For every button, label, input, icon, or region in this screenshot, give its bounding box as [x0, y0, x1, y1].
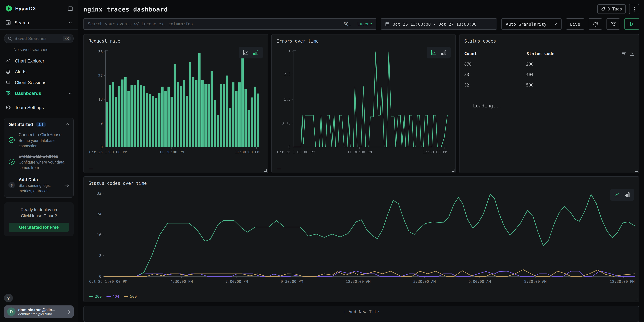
svg-text:8: 8	[99, 254, 101, 258]
svg-text:1.5: 1.5	[284, 97, 290, 102]
sidebar-item-client-sessions[interactable]: Client Sessions	[0, 77, 78, 88]
step-title: Create Data Sources	[18, 154, 58, 159]
table-row[interactable]: 33404	[464, 72, 634, 77]
get-started-step-3[interactable]: 3 Add Data Start sending logs, metrics, …	[8, 176, 69, 194]
svg-text:12:30:00 PM: 12:30:00 PM	[235, 150, 260, 154]
saved-searches-input[interactable]: Saved Searches ⌘K	[4, 34, 74, 43]
loading-text: Loading...	[473, 103, 634, 108]
chevron-up-icon[interactable]	[65, 123, 69, 126]
tile-resize-handle[interactable]	[264, 169, 266, 172]
main-content: nginx traces dashboard 0 Tags Search you…	[78, 0, 644, 322]
chevron-down-icon[interactable]	[68, 92, 72, 94]
svg-text:4:30:00 PM: 4:30:00 PM	[170, 280, 192, 284]
sidebar-item-search[interactable]: Search	[0, 16, 78, 30]
table-row[interactable]: 32500	[464, 83, 634, 88]
user-menu[interactable]: D dominic.tran@clic... dominic.tran@clic…	[4, 306, 74, 318]
legend-item[interactable]	[89, 168, 93, 169]
get-started-step-1[interactable]: Connect to ClickHouse Set up your databa…	[8, 132, 69, 149]
svg-text:0: 0	[288, 145, 290, 149]
tile-resize-handle[interactable]	[452, 169, 454, 172]
table-row[interactable]: 870200	[464, 62, 634, 66]
svg-text:Oct 26 1:00:00 PM: Oct 26 1:00:00 PM	[277, 150, 315, 154]
line-chart-toggle-icon[interactable]	[614, 192, 620, 198]
sidebar-item-label: Alerts	[15, 69, 72, 74]
get-started-step-2[interactable]: Create Data Sources Configure where your…	[8, 153, 69, 170]
legend-item[interactable]: 200	[89, 294, 102, 299]
svg-text:36: 36	[98, 50, 103, 54]
tile-status-codes: Status codes Count Status code 870200 33…	[459, 34, 639, 173]
filter-button[interactable]	[606, 18, 620, 30]
filter-icon	[611, 22, 616, 26]
get-started-title: Get Started	[8, 122, 33, 127]
granularity-select[interactable]: Auto Granularity	[502, 18, 562, 30]
column-header-status-code[interactable]: Status code	[523, 51, 621, 56]
svg-text:16: 16	[97, 233, 102, 237]
sidebar-item-dashboards[interactable]: Dashboards	[0, 88, 78, 99]
svg-text:11:30:00 PM: 11:30:00 PM	[347, 150, 372, 154]
svg-text:7:00:00 PM: 7:00:00 PM	[226, 280, 248, 284]
hyperdx-logo-icon	[6, 5, 12, 12]
chevron-up-icon[interactable]	[68, 21, 72, 24]
svg-text:8:30:00 AM: 8:30:00 AM	[524, 280, 546, 284]
tile-resize-handle[interactable]	[635, 298, 638, 301]
more-menu-button[interactable]	[629, 4, 639, 14]
svg-text:32: 32	[97, 191, 102, 196]
tags-button[interactable]: 0 Tags	[597, 4, 626, 14]
live-button[interactable]: Live	[566, 18, 584, 30]
svg-text:0: 0	[100, 145, 103, 149]
tile-resize-handle[interactable]	[635, 169, 638, 172]
time-range-picker[interactable]: Oct 26 13:00:00 - Oct 27 13:00:00	[381, 18, 497, 30]
check-circle-icon	[8, 158, 15, 165]
refresh-button[interactable]	[588, 18, 602, 30]
help-button[interactable]: ?	[4, 294, 13, 302]
step-subtitle: Set up your database connection	[18, 138, 69, 149]
tile-title: Errors over time	[276, 38, 451, 44]
bar-chart-toggle-icon[interactable]	[624, 192, 630, 198]
sidebar-item-team-settings[interactable]: Team Settings	[0, 102, 78, 113]
svg-text:12:30:00 PM: 12:30:00 PM	[423, 150, 447, 154]
time-range-value: Oct 26 13:00:00 - Oct 27 13:00:00	[392, 22, 476, 26]
legend-swatch	[89, 168, 93, 169]
sidebar-item-chart-explorer[interactable]: Chart Explorer	[0, 56, 78, 66]
svg-text:12:30:00 AM: 12:30:00 AM	[346, 280, 370, 284]
get-started-free-button[interactable]: Get Started for Free	[9, 223, 69, 232]
sidebar-item-label: Chart Explorer	[15, 58, 72, 63]
bar-chart-toggle-icon[interactable]	[441, 50, 447, 56]
user-name: dominic.tran@clic...	[18, 308, 65, 312]
run-query-button[interactable]	[624, 18, 639, 30]
svg-text:Oct 26 1:00:00 PM: Oct 26 1:00:00 PM	[89, 280, 127, 284]
svg-text:Oct 26 1:00:00 PM: Oct 26 1:00:00 PM	[89, 150, 127, 154]
legend-swatch	[277, 168, 281, 169]
add-new-tile-button[interactable]: + Add New Tile	[84, 306, 639, 322]
legend-item[interactable]: 500	[124, 294, 137, 299]
tile-errors-over-time: Errors over time 32.31.50.750Oct 26 1:00…	[271, 34, 456, 173]
event-search-input[interactable]: Search your events w/ Lucene ex. column:…	[84, 18, 376, 30]
legend-swatch	[124, 296, 128, 297]
granularity-value: Auto Granularity	[506, 22, 546, 26]
page-title: nginx traces dashboard	[84, 6, 597, 13]
tile-request-rate: Request rate 36271890Oct 26 1:00:00 PM11…	[84, 34, 268, 173]
svg-text:24: 24	[97, 212, 102, 216]
sort-rows-icon[interactable]	[621, 51, 626, 56]
download-icon[interactable]	[630, 51, 634, 56]
chart-legend: 200404500	[89, 294, 137, 299]
svg-text:9: 9	[100, 121, 103, 125]
get-started-progress-badge: 2/3	[36, 122, 46, 127]
legend-item[interactable]	[277, 168, 281, 169]
sidebar-item-alerts[interactable]: Alerts	[0, 66, 78, 77]
bar-chart-toggle-icon[interactable]	[253, 50, 259, 56]
query-language-toggle[interactable]: SQL|Lucene	[344, 22, 372, 26]
sidebar-item-label: Dashboards	[15, 91, 64, 96]
legend-item[interactable]: 404	[106, 294, 119, 299]
legend-swatch	[106, 296, 111, 297]
sidebar-collapse-icon[interactable]	[68, 6, 73, 11]
tile-title: Status codes	[464, 38, 634, 44]
tag-icon	[601, 7, 605, 11]
errors-over-time-chart[interactable]: 32.31.50.750Oct 26 1:00:00 PM11:30:00 PM…	[276, 46, 451, 160]
line-chart-toggle-icon[interactable]	[431, 50, 436, 56]
column-header-count[interactable]: Count	[464, 51, 523, 56]
status-codes-over-time-chart[interactable]: 32241680Oct 26 1:00:00 PM4:30:00 PM7:00:…	[88, 188, 638, 290]
lucene-toggle: Lucene	[357, 22, 372, 26]
request-rate-chart[interactable]: 36271890Oct 26 1:00:00 PM11:30:00 PM12:3…	[88, 46, 263, 160]
line-chart-toggle-icon[interactable]	[243, 50, 249, 56]
